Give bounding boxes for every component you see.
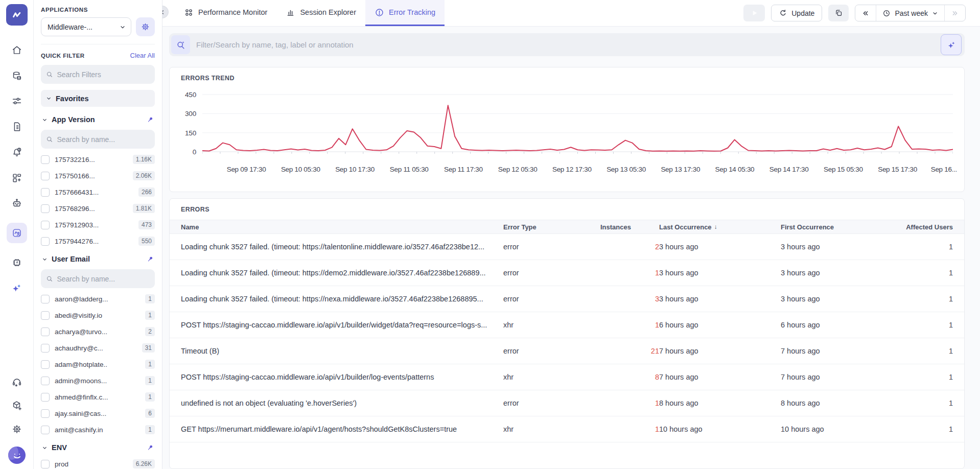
checkbox[interactable]: [41, 172, 50, 180]
error-row[interactable]: POST https://staging-caccao.middleware.i…: [170, 312, 964, 338]
error-row[interactable]: Timeout (B)error217 hours ago7 hours ago…: [170, 338, 964, 364]
column-header-affected-users[interactable]: Affected Users: [889, 223, 953, 231]
checkbox[interactable]: [41, 393, 50, 402]
app-version-row[interactable]: 175750166...2.06K: [41, 169, 155, 182]
count-badge: 1: [145, 392, 155, 402]
checkbox[interactable]: [41, 377, 50, 385]
y-tick-label: 0: [193, 148, 196, 156]
app-version-row[interactable]: 1757666431...266: [41, 185, 155, 199]
checkbox[interactable]: [41, 295, 50, 303]
user-email-search-input[interactable]: [57, 275, 150, 283]
package-add-icon[interactable]: [11, 400, 23, 412]
user-email-row[interactable]: achaudhry@c...31: [41, 341, 155, 355]
rum-user-icon[interactable]: [7, 223, 27, 243]
tab-performance-monitor[interactable]: Performance Monitor: [175, 0, 276, 26]
settings-gear-icon[interactable]: [11, 423, 23, 435]
bell-alert-icon[interactable]: [11, 146, 23, 158]
column-header-error-type[interactable]: Error Type: [503, 223, 600, 231]
column-header-name[interactable]: Name: [181, 223, 503, 231]
tab-session-explorer[interactable]: Session Explorer: [276, 0, 365, 26]
errors-trend-chart[interactable]: Sep 09 17:30Sep 10 05:30Sep 10 17:30Sep …: [202, 93, 953, 178]
clear-all-link[interactable]: Clear All: [130, 52, 155, 59]
user-email-search[interactable]: [41, 269, 155, 288]
column-header-last-occurrence[interactable]: Last Occurrence↓: [659, 223, 781, 231]
time-range-back-button[interactable]: [855, 5, 876, 21]
checkbox[interactable]: [41, 311, 50, 320]
column-header-first-occurrence[interactable]: First Occurrence: [781, 223, 889, 231]
checkbox[interactable]: [41, 344, 50, 353]
application-settings-button[interactable]: [136, 17, 155, 36]
robot-icon[interactable]: [11, 197, 23, 209]
app-version-section-header[interactable]: App Version: [41, 113, 155, 126]
chip-icon[interactable]: [11, 256, 23, 269]
user-email-row[interactable]: amit@cashify.in1: [41, 423, 155, 436]
tab-error-tracking[interactable]: Error Tracking: [365, 0, 445, 26]
sliders-icon[interactable]: [11, 95, 23, 107]
app-version-row[interactable]: 175768296...1.81K: [41, 202, 155, 215]
refresh-icon: [779, 9, 787, 17]
app-version-row[interactable]: 175732216...1.16K: [41, 153, 155, 166]
x-tick-label: Sep 12 17:30: [552, 166, 592, 173]
first-occurrence: 8 hours ago: [781, 399, 889, 407]
error-name: Timeout (B): [181, 347, 503, 355]
checkbox[interactable]: [41, 426, 50, 434]
filter-search[interactable]: [169, 33, 965, 56]
favorites-section-header[interactable]: Favorites: [41, 90, 155, 107]
error-row[interactable]: Loading chunk 3527 failed. (timeout: htt…: [170, 260, 964, 286]
error-row[interactable]: GET https://merumart.middleware.io/api/v…: [170, 416, 964, 442]
user-email-row[interactable]: acharya@turvo...2: [41, 325, 155, 338]
error-row[interactable]: Loading chunk 3527 failed. (timeout: htt…: [170, 234, 964, 260]
application-select[interactable]: Middleware-...: [41, 17, 131, 36]
play-button[interactable]: [743, 5, 765, 21]
app-version-row[interactable]: 1757912903...473: [41, 218, 155, 231]
middleware-logo[interactable]: [6, 4, 28, 26]
user-email-row[interactable]: aaron@ladderg...1: [41, 292, 155, 306]
first-occurrence: 7 hours ago: [781, 373, 889, 381]
sparkles-icon[interactable]: [11, 282, 23, 294]
search-icon: [46, 275, 53, 283]
quick-filter-search-input[interactable]: [57, 71, 150, 79]
error-row[interactable]: undefined is not an object (evaluating '…: [170, 390, 964, 416]
user-email-row[interactable]: ahmed@finflx.c...1: [41, 390, 155, 404]
checkbox[interactable]: [41, 327, 50, 336]
user-email-section-header[interactable]: User Email: [41, 252, 155, 266]
checkbox[interactable]: [41, 221, 50, 229]
document-icon[interactable]: [11, 121, 23, 133]
checkbox[interactable]: [41, 237, 50, 246]
quick-filter-search[interactable]: [41, 65, 155, 84]
user-email-row[interactable]: admin@moons...1: [41, 374, 155, 387]
env-section-header[interactable]: ENV: [41, 441, 155, 454]
chevron-down-icon: [46, 96, 52, 101]
errors-title: ERRORS: [170, 199, 964, 213]
app-version-search[interactable]: [41, 130, 155, 149]
checkbox[interactable]: [41, 204, 50, 213]
user-email-row[interactable]: ajay.saini@cas...6: [41, 407, 155, 420]
app-version-row[interactable]: 1757944276...550: [41, 235, 155, 248]
user-email-row[interactable]: adam@hotplate..1: [41, 358, 155, 371]
user-email-row[interactable]: abedi@visitly.io1: [41, 309, 155, 322]
ai-sparkles-button[interactable]: [941, 34, 962, 55]
update-button[interactable]: Update: [771, 5, 822, 21]
dashboard-add-icon[interactable]: [11, 172, 23, 184]
error-name: GET https://merumart.middleware.io/api/v…: [181, 425, 503, 433]
home-icon[interactable]: [11, 44, 23, 56]
user-avatar[interactable]: [8, 447, 26, 464]
checkbox[interactable]: [41, 155, 50, 164]
time-range-selector[interactable]: Past week: [876, 5, 944, 21]
pin-icon: [147, 116, 154, 123]
column-header-instances[interactable]: Instances: [600, 223, 659, 231]
copy-button[interactable]: [828, 5, 849, 21]
filter-search-input[interactable]: [196, 40, 935, 49]
error-row[interactable]: POST https://staging-caccao.middleware.i…: [170, 364, 964, 390]
env-row[interactable]: prod6.26K: [41, 457, 155, 469]
checkbox[interactable]: [41, 360, 50, 369]
database-icon[interactable]: [11, 69, 23, 82]
tab-label: Session Explorer: [300, 8, 356, 16]
checkbox[interactable]: [41, 460, 50, 468]
error-row[interactable]: Loading chunk 3527 failed. (timeout: htt…: [170, 286, 964, 312]
time-range-forward-button[interactable]: [944, 5, 965, 21]
checkbox[interactable]: [41, 409, 50, 418]
checkbox[interactable]: [41, 188, 50, 197]
app-version-search-input[interactable]: [57, 135, 150, 144]
headset-icon[interactable]: [11, 376, 23, 388]
